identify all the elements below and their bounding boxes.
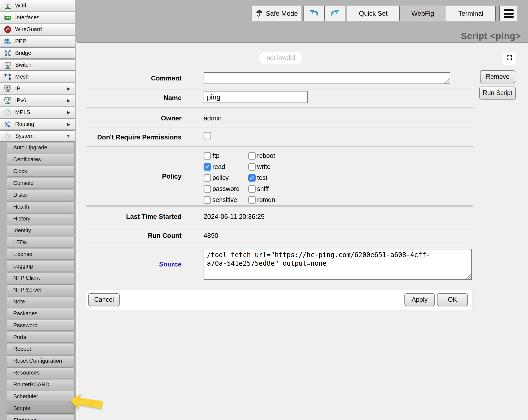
wifi-icon bbox=[4, 2, 12, 10]
policy-checkbox-test[interactable] bbox=[248, 174, 256, 182]
source-input[interactable]: /tool fetch url="https://hc-ping.com/620… bbox=[204, 249, 472, 280]
interfaces-icon bbox=[4, 14, 12, 22]
sidebar-item-scripts[interactable]: Scripts bbox=[7, 403, 74, 414]
cancel-button[interactable]: Cancel bbox=[88, 293, 120, 306]
fullscreen-button[interactable] bbox=[503, 52, 516, 65]
policy-checkbox-ftp[interactable] bbox=[204, 152, 211, 160]
sidebar-item-password[interactable]: Password bbox=[7, 320, 74, 331]
sidebar-item-scheduler[interactable]: Scheduler bbox=[7, 391, 74, 402]
sidebar-item-ntp-client[interactable]: NTP Client bbox=[7, 273, 74, 283]
policy-checkbox-reboot[interactable] bbox=[248, 152, 256, 160]
sidebar-item-label: WiFi bbox=[15, 2, 26, 9]
sidebar-subitem-label: Logging bbox=[13, 263, 33, 269]
sidebar-item-console[interactable]: Console bbox=[7, 178, 74, 189]
chevron-down-icon: ▼ bbox=[66, 134, 75, 138]
sidebar-subitem-label: Note bbox=[13, 298, 25, 305]
sidebar-item-reset-configuration[interactable]: Reset Configuration bbox=[7, 356, 74, 366]
policy-option-write: write bbox=[248, 161, 275, 172]
sidebar-item-system[interactable]: System▼ bbox=[0, 130, 75, 142]
webfig-tab[interactable]: WebFig bbox=[399, 6, 446, 21]
sidebar-item-packages[interactable]: Packages bbox=[7, 308, 74, 319]
comment-input[interactable] bbox=[204, 72, 450, 84]
policy-checkbox-label: sniff bbox=[257, 185, 269, 193]
sidebar-subitem-label: Packages bbox=[13, 310, 38, 317]
svg-text:255: 255 bbox=[6, 86, 10, 89]
name-input[interactable] bbox=[204, 91, 308, 103]
hamburger-menu-button[interactable] bbox=[499, 6, 518, 21]
sidebar-item-health[interactable]: Health bbox=[7, 201, 74, 212]
sidebar-item-reboot[interactable]: Reboot bbox=[7, 344, 74, 354]
sidebar-item-bridge[interactable]: Bridge bbox=[0, 47, 75, 59]
remove-button[interactable]: Remove bbox=[480, 70, 515, 83]
sidebar-subitem-label: Disks bbox=[13, 192, 27, 198]
sidebar-item-license[interactable]: License bbox=[7, 249, 74, 260]
sidebar-system-submenu: Auto UpgradeCertificatesClockConsoleDisk… bbox=[0, 142, 76, 420]
sidebar-item-shutdown[interactable]: Shutdown bbox=[7, 415, 74, 420]
sidebar-item-wifi[interactable]: WiFi bbox=[0, 0, 75, 11]
sidebar-subitem-label: Reboot bbox=[13, 346, 31, 352]
policy-checkbox-policy[interactable] bbox=[204, 174, 211, 182]
redo-button[interactable] bbox=[324, 6, 345, 21]
quick-set-button[interactable]: Quick Set bbox=[347, 6, 400, 21]
sidebar-item-ntp-server[interactable]: NTP Server bbox=[7, 284, 74, 295]
undo-button[interactable] bbox=[303, 6, 325, 21]
ipv6-icon: 6 bbox=[4, 96, 12, 105]
sidebar-item-logging[interactable]: Logging bbox=[7, 261, 74, 271]
safe-mode-button[interactable]: Safe Mode bbox=[252, 6, 302, 21]
policy-checkbox-sniff[interactable] bbox=[248, 185, 256, 193]
sidebar-item-auto-upgrade[interactable]: Auto Upgrade bbox=[7, 142, 74, 153]
sidebar-item-mesh[interactable]: Mesh bbox=[0, 71, 75, 82]
ok-button[interactable]: OK bbox=[437, 293, 468, 306]
sidebar-item-routerboard[interactable]: RouterBOARD bbox=[7, 379, 74, 390]
policy-checkbox-read[interactable] bbox=[204, 163, 211, 171]
sidebar-item-ppp[interactable]: PPP bbox=[0, 36, 75, 47]
run-script-button[interactable]: Run Script bbox=[479, 87, 516, 99]
undo-icon bbox=[310, 8, 319, 19]
policy-checkbox-sensitive[interactable] bbox=[204, 196, 211, 204]
sidebar-subitem-label: License bbox=[13, 251, 32, 257]
sidebar-item-ports[interactable]: Ports bbox=[7, 332, 74, 343]
sidebar-item-interfaces[interactable]: Interfaces bbox=[0, 12, 75, 23]
wireguard-icon bbox=[4, 25, 12, 34]
policy-checkbox-label: ftp bbox=[212, 152, 220, 160]
sidebar-item-leds[interactable]: LEDs bbox=[7, 237, 74, 248]
hamburger-icon bbox=[504, 9, 514, 18]
sidebar-subitem-label: Password bbox=[13, 322, 38, 329]
sidebar-item-identity[interactable]: Identity bbox=[7, 225, 74, 236]
remove-label: Remove bbox=[486, 73, 510, 80]
policy-checkbox-label: test bbox=[257, 174, 267, 182]
separator-double bbox=[86, 245, 473, 246]
sidebar-subitem-label: NTP Server bbox=[13, 287, 42, 293]
umbrella-icon bbox=[256, 10, 263, 17]
sidebar-item-clock[interactable]: Clock bbox=[7, 166, 74, 177]
sidebar-item-label: WireGuard bbox=[15, 26, 42, 33]
policy-checkbox-romon[interactable] bbox=[248, 196, 256, 204]
apply-button[interactable]: Apply bbox=[404, 293, 435, 306]
sidebar-item-resources[interactable]: Resources bbox=[7, 367, 74, 378]
policy-label: Policy bbox=[86, 173, 182, 180]
sidebar-item-label: Mesh bbox=[15, 74, 29, 80]
sidebar-item-mpls[interactable]: MPLS▶ bbox=[0, 107, 75, 118]
sidebar-item-history[interactable]: History bbox=[7, 213, 74, 224]
sidebar-item-ipv6[interactable]: 6 IPv6▶ bbox=[0, 95, 75, 106]
policy-checkbox-label: policy bbox=[212, 174, 229, 182]
policy-checkbox-password[interactable] bbox=[204, 185, 211, 193]
policy-checkbox-write[interactable] bbox=[248, 163, 256, 171]
dont-require-permissions-checkbox[interactable] bbox=[204, 132, 211, 139]
sidebar-item-disks[interactable]: Disks bbox=[7, 190, 74, 200]
sidebar-item-wireguard[interactable]: WireGuard bbox=[0, 24, 75, 35]
policy-option-romon: romon bbox=[248, 194, 275, 205]
policy-checkbox-label: reboot bbox=[257, 152, 275, 160]
terminal-tab[interactable]: Terminal bbox=[446, 6, 496, 21]
sidebar-item-switch[interactable]: Switch bbox=[0, 59, 75, 71]
mesh-icon bbox=[4, 73, 12, 81]
policy-checkbox-label: sensitive bbox=[212, 196, 237, 204]
policy-checkbox-label: password bbox=[212, 185, 239, 193]
sidebar-item-ip[interactable]: 255 IP▶ bbox=[0, 83, 75, 94]
sidebar-item-note[interactable]: Note bbox=[7, 296, 74, 307]
sidebar-subitem-label: NTP Client bbox=[13, 275, 40, 281]
sidebar-subitem-label: Scheduler bbox=[13, 393, 38, 400]
sidebar-item-certificates[interactable]: Certificates bbox=[7, 154, 74, 165]
sidebar-item-routing[interactable]: Routing▶ bbox=[0, 119, 75, 130]
owner-value: admin bbox=[204, 114, 222, 122]
